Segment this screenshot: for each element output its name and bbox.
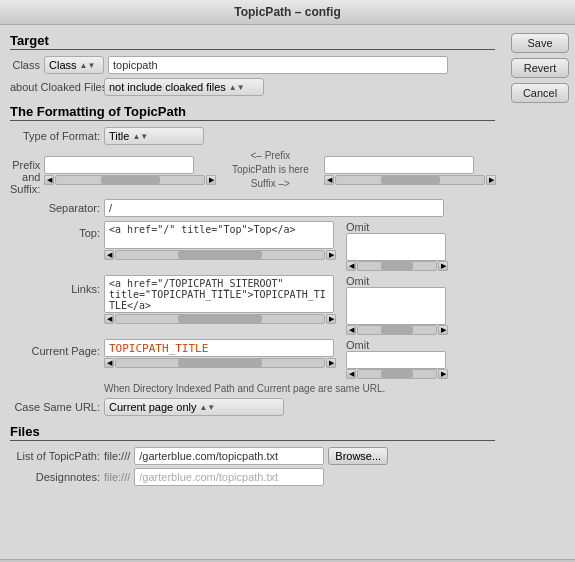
separator-input[interactable]	[104, 199, 444, 217]
case-url-select[interactable]: Current page only ▲▼	[104, 398, 284, 416]
scroll-left-links[interactable]: ◀	[104, 314, 114, 324]
browse-button[interactable]: Browse...	[328, 447, 388, 465]
right-button-panel: Save Revert Cancel	[505, 25, 575, 559]
formatting-section: The Formatting of TopicPath Type of Form…	[10, 104, 495, 416]
title-bar: TopicPath – config	[0, 0, 575, 25]
cloaked-select-arrow: ▲▼	[229, 83, 245, 92]
current-omit-label: Omit	[346, 339, 448, 351]
scroll-right-top[interactable]: ▶	[326, 250, 336, 260]
prefix-suffix-container: Prefix and Suffix: ◀ ▶ <– Prefix	[10, 149, 495, 195]
links-omit-label: Omit	[346, 275, 448, 287]
scroll-right-links[interactable]: ▶	[326, 314, 336, 324]
scroll-right-top-omit[interactable]: ▶	[438, 261, 448, 271]
type-select-arrow: ▲▼	[132, 132, 148, 141]
scroll-right-2[interactable]: ▶	[486, 175, 496, 185]
links-textarea[interactable]: <a href="/TOPICPATH_SITEROOT" title="TOP…	[104, 275, 334, 313]
cloaked-label: about Cloaked Files:	[10, 81, 100, 93]
links-label: Links:	[10, 275, 100, 295]
cloaked-select[interactable]: not include cloaked files ▲▼	[104, 78, 264, 96]
suffix-input[interactable]	[324, 156, 474, 174]
prefix-hint: <– Prefix TopicPath is here Suffix –>	[220, 149, 320, 191]
current-page-row: Current Page: ◀ ▶ Omit ◀ ▶	[10, 339, 495, 379]
current-page-input[interactable]	[104, 339, 334, 357]
links-row: Links: <a href="/TOPICPATH_SITEROOT" tit…	[10, 275, 495, 335]
top-label: Top:	[10, 221, 100, 239]
save-button[interactable]: Save	[511, 33, 569, 53]
current-omit-input[interactable]	[346, 351, 446, 369]
links-omit-input[interactable]	[346, 287, 446, 325]
scroll-left-1[interactable]: ◀	[44, 175, 54, 185]
window-title: TopicPath – config	[234, 5, 340, 19]
scroll-right-cur-omit[interactable]: ▶	[438, 369, 448, 379]
case-url-hint-text: When Directory Indexed Path and Current …	[104, 383, 385, 394]
scroll-right-cur[interactable]: ▶	[326, 358, 336, 368]
design-prefix: file:///	[104, 471, 130, 483]
class-label: Class	[10, 59, 40, 71]
target-section: Target Class Class ▲▼ about Cloaked File…	[10, 33, 495, 96]
list-label: List of TopicPath:	[10, 450, 100, 462]
sep-label: Separator:	[10, 202, 100, 214]
scroll-right-links-omit[interactable]: ▶	[438, 325, 448, 335]
formatting-section-title: The Formatting of TopicPath	[10, 104, 495, 121]
topicpath-input[interactable]	[108, 56, 448, 74]
revert-button[interactable]: Revert	[511, 58, 569, 78]
files-section: Files List of TopicPath: file:/// Browse…	[10, 424, 495, 486]
type-select[interactable]: Title ▲▼	[104, 127, 204, 145]
scroll-left-cur-omit[interactable]: ◀	[346, 369, 356, 379]
scroll-left-links-omit[interactable]: ◀	[346, 325, 356, 335]
scroll-left-top[interactable]: ◀	[104, 250, 114, 260]
scroll-left-cur[interactable]: ◀	[104, 358, 114, 368]
design-label: Designnotes:	[10, 471, 100, 483]
scroll-left-2[interactable]: ◀	[324, 175, 334, 185]
list-path-input[interactable]	[134, 447, 324, 465]
files-section-title: Files	[10, 424, 495, 441]
top-omit-input[interactable]	[346, 233, 446, 261]
class-select-arrow: ▲▼	[80, 61, 96, 70]
prefix-label: Prefix and Suffix:	[10, 149, 40, 195]
case-url-label: Case Same URL:	[10, 401, 100, 413]
design-path-input[interactable]	[134, 468, 324, 486]
list-prefix: file:///	[104, 450, 130, 462]
prefix-input[interactable]	[44, 156, 194, 174]
scroll-left-top-omit[interactable]: ◀	[346, 261, 356, 271]
target-section-title: Target	[10, 33, 495, 50]
top-row: Top: <a href="/" title="Top">Top</a> ◀ ▶…	[10, 221, 495, 271]
case-url-select-arrow: ▲▼	[199, 403, 215, 412]
designnotes-row: Designnotes: file:///	[10, 468, 495, 486]
cancel-button[interactable]: Cancel	[511, 83, 569, 103]
top-textarea[interactable]: <a href="/" title="Top">Top</a>	[104, 221, 334, 249]
class-select[interactable]: Class ▲▼	[44, 56, 104, 74]
type-label: Type of Format:	[10, 130, 100, 142]
current-page-label: Current Page:	[10, 339, 100, 357]
top-omit-label: Omit	[346, 221, 448, 233]
list-topicpath-row: List of TopicPath: file:/// Browse...	[10, 447, 495, 465]
scroll-right-1[interactable]: ▶	[206, 175, 216, 185]
